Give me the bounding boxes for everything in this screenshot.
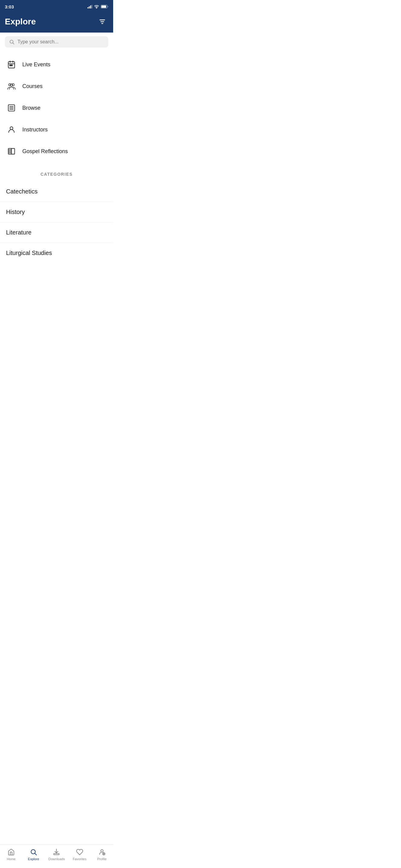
list-icon [6,102,17,113]
wifi-icon [94,5,99,8]
menu-item-gospel-reflections[interactable]: Gospel Reflections [0,141,113,162]
menu-item-browse[interactable]: Browse [0,97,113,119]
status-icons [87,5,108,8]
filter-button[interactable] [96,16,108,28]
svg-rect-2 [90,5,91,8]
menu-list: Live Events Courses [0,51,113,164]
svg-rect-0 [87,7,88,8]
status-time: 3:03 [5,4,14,9]
status-bar: 3:03 [0,0,113,13]
svg-line-11 [13,43,14,44]
filter-icon [99,18,106,25]
book-icon [6,146,17,157]
categories-header: CATEGORIES [0,164,113,181]
category-item-liturgical-studies[interactable]: Liturgical Studies [0,243,113,263]
svg-rect-6 [102,5,106,8]
search-icon [9,39,15,44]
battery-icon [101,5,108,8]
svg-rect-3 [92,5,93,8]
svg-point-20 [10,84,13,86]
svg-rect-16 [10,65,11,66]
group-icon [6,81,17,92]
menu-label-browse: Browse [22,105,40,111]
category-label-literature: Literature [6,229,32,236]
svg-point-4 [96,8,97,8]
menu-label-live-events: Live Events [22,61,50,68]
person-icon [6,124,17,135]
category-label-liturgical-studies: Liturgical Studies [6,250,52,256]
signal-icon [87,5,92,8]
menu-item-courses[interactable]: Courses [0,75,113,97]
category-label-history: History [6,209,25,215]
search-input[interactable] [18,39,104,44]
calendar-icon [6,59,17,70]
header: Explore [0,13,113,33]
svg-point-25 [10,127,13,130]
menu-label-courses: Courses [22,83,42,90]
category-list: Catechetics History Literature Liturgica… [0,181,113,263]
menu-item-instructors[interactable]: Instructors [0,119,113,141]
svg-rect-17 [11,65,12,66]
menu-item-live-events[interactable]: Live Events [0,54,113,75]
page-title: Explore [5,17,36,27]
category-label-catechetics: Catechetics [6,188,38,195]
content-area: Live Events Courses [0,51,113,287]
menu-label-gospel-reflections: Gospel Reflections [22,148,68,155]
search-box [5,36,108,48]
menu-label-instructors: Instructors [22,127,48,133]
category-item-catechetics[interactable]: Catechetics [0,181,113,202]
svg-rect-1 [89,6,90,8]
category-item-history[interactable]: History [0,202,113,222]
search-container [0,33,113,51]
category-item-literature[interactable]: Literature [0,222,113,243]
